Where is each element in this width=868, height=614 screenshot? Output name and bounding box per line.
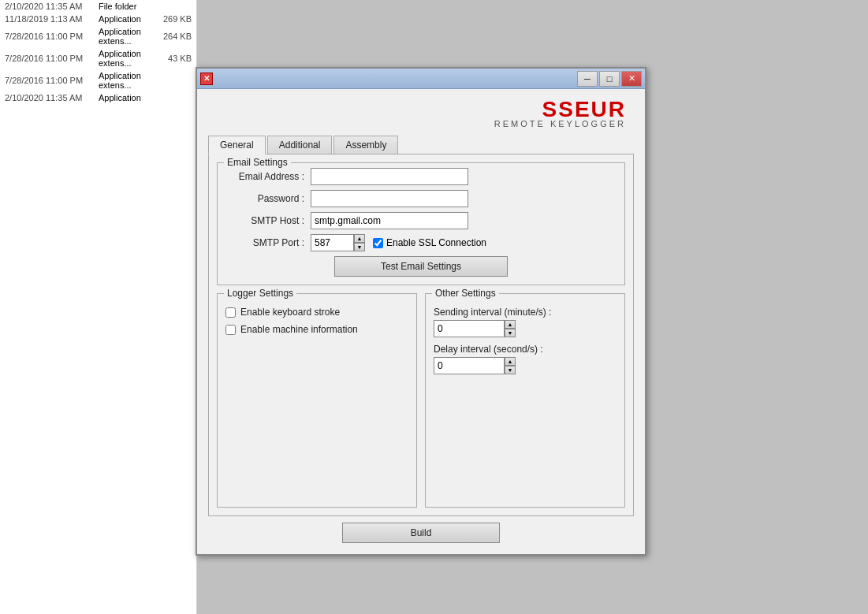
sending-spin-down[interactable]: ▼: [505, 329, 516, 337]
delay-interval-row: ▲ ▼: [434, 357, 617, 374]
email-address-input[interactable]: [311, 168, 468, 185]
other-settings-title: Other Settings: [432, 288, 499, 299]
logger-settings-title: Logger Settings: [224, 288, 296, 299]
password-input[interactable]: [311, 190, 468, 207]
email-settings-group: Email Settings Email Address : Password …: [217, 162, 625, 285]
logo-subtitle: REMOTE KEYLOGGER: [208, 119, 626, 128]
logo-area: SSEUR REMOTE KEYLOGGER: [208, 97, 634, 128]
email-address-label: Email Address :: [225, 171, 304, 182]
smtp-port-label: SMTP Port :: [225, 237, 304, 248]
tab-general[interactable]: General: [208, 136, 266, 154]
machine-info-checkbox[interactable]: [225, 325, 236, 335]
delay-spin-up[interactable]: ▲: [505, 357, 516, 366]
delay-interval-label: Delay interval (second/s) :: [434, 344, 617, 355]
email-address-row: Email Address :: [225, 168, 617, 185]
port-input-wrap: ▲ ▼: [311, 234, 365, 251]
window-icon[interactable]: ✕: [200, 73, 213, 85]
tab-assembly[interactable]: Assembly: [333, 136, 398, 154]
sending-spin-up[interactable]: ▲: [505, 320, 516, 329]
other-settings-group: Other Settings Sending interval (minute/…: [425, 293, 625, 508]
delay-spin-down[interactable]: ▼: [505, 366, 516, 374]
keyboard-stroke-row: Enable keyboard stroke: [225, 307, 408, 318]
app-content: SSEUR REMOTE KEYLOGGER General Additiona…: [197, 89, 645, 554]
email-settings-title: Email Settings: [224, 157, 291, 168]
file-row: 11/18/2019 1:13 AM Application 269 KB: [0, 13, 196, 25]
delay-spinner: ▲ ▼: [505, 357, 516, 374]
tab-additional[interactable]: Additional: [267, 136, 333, 154]
password-row: Password :: [225, 190, 617, 207]
ssl-label: Enable SSL Connection: [373, 237, 486, 248]
test-email-button[interactable]: Test Email Settings: [334, 256, 508, 277]
sending-interval-input[interactable]: [434, 320, 505, 337]
smtp-port-row: SMTP Port : ▲ ▼ Enable SSL Connection: [225, 234, 617, 251]
machine-info-label: Enable machine information: [240, 324, 358, 335]
file-row: 2/10/2020 11:35 AM Application: [0, 91, 196, 104]
delay-interval-group: Delay interval (second/s) : ▲ ▼: [434, 344, 617, 374]
tab-bar: General Additional Assembly: [208, 135, 634, 154]
ssl-text: Enable SSL Connection: [386, 237, 486, 248]
keyboard-stroke-label: Enable keyboard stroke: [240, 307, 340, 318]
title-bar: ✕ ─ □ ✕: [197, 69, 645, 89]
sending-interval-group: Sending interval (minute/s) : ▲ ▼: [434, 307, 617, 337]
file-row: 7/28/2016 11:00 PM Application extens...…: [0, 47, 196, 69]
delay-interval-input[interactable]: [434, 357, 505, 374]
build-button[interactable]: Build: [342, 523, 500, 543]
smtp-host-label: SMTP Host :: [225, 215, 304, 226]
maximize-button[interactable]: □: [599, 71, 620, 87]
sending-interval-row: ▲ ▼: [434, 320, 617, 337]
minimize-button[interactable]: ─: [577, 71, 598, 87]
password-label: Password :: [225, 193, 304, 204]
file-row: 7/28/2016 11:00 PM Application extens...: [0, 69, 196, 91]
close-button[interactable]: ✕: [621, 71, 642, 87]
build-btn-row: Build: [208, 516, 634, 546]
port-spin-down[interactable]: ▼: [354, 243, 365, 251]
smtp-port-input[interactable]: [311, 234, 354, 251]
logger-settings-group: Logger Settings Enable keyboard stroke E…: [217, 293, 417, 508]
lower-section: Logger Settings Enable keyboard stroke E…: [217, 293, 625, 508]
main-panel: Email Settings Email Address : Password …: [208, 154, 634, 516]
sending-interval-label: Sending interval (minute/s) :: [434, 307, 617, 318]
ssl-checkbox[interactable]: [373, 238, 383, 248]
app-window: ✕ ─ □ ✕ SSEUR REMOTE KEYLOGGER General A…: [196, 67, 646, 556]
smtp-host-input[interactable]: [311, 212, 468, 229]
smtp-host-row: SMTP Host :: [225, 212, 617, 229]
test-btn-row: Test Email Settings: [225, 256, 617, 277]
sending-spinner: ▲ ▼: [505, 320, 516, 337]
port-spin-up[interactable]: ▲: [354, 234, 365, 243]
file-row: 7/28/2016 11:00 PM Application extens...…: [0, 25, 196, 47]
file-row: 2/10/2020 11:35 AM File folder: [0, 0, 196, 13]
port-spinner: ▲ ▼: [354, 234, 365, 251]
keyboard-stroke-checkbox[interactable]: [225, 307, 236, 318]
file-explorer-background: 2/10/2020 11:35 AM File folder 11/18/201…: [0, 0, 197, 614]
machine-info-row: Enable machine information: [225, 324, 408, 335]
window-controls: ─ □ ✕: [577, 71, 642, 87]
